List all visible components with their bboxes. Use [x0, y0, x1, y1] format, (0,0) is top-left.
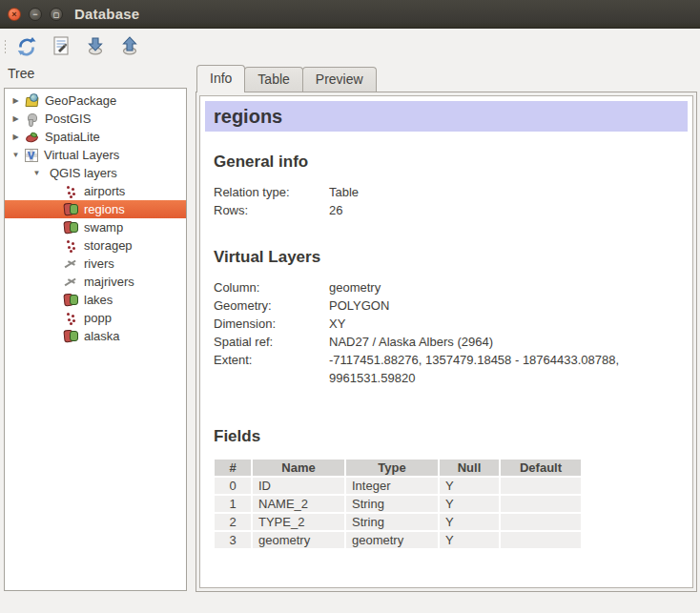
col-header: Null: [440, 460, 499, 476]
tree-dock-title: Tree: [8, 66, 34, 81]
info-row-value: -7117451.88276, 1357479.18458 - 18764433…: [329, 351, 682, 387]
minimize-icon[interactable]: −: [29, 8, 42, 21]
info-row-label: Spatial ref:: [214, 333, 329, 351]
layer-type-icon: [25, 130, 39, 144]
tree-item-label: lakes: [84, 293, 113, 307]
layer-type-icon: [25, 112, 39, 126]
tree-item[interactable]: rivers: [5, 255, 186, 273]
field-num: 0: [215, 478, 251, 494]
refresh-icon: [16, 35, 37, 56]
sql-window-button[interactable]: [48, 32, 74, 59]
info-row: Spatial ref: NAD27 / Alaska Albers (2964…: [214, 333, 682, 351]
tree-item[interactable]: SpatiaLite: [5, 128, 186, 146]
expander-icon[interactable]: [10, 96, 22, 105]
tree-item[interactable]: airports: [5, 182, 186, 200]
import-layer-button[interactable]: [82, 32, 109, 59]
field-null: Y: [440, 496, 499, 512]
field-null: Y: [440, 532, 499, 548]
info-row-label: Dimension:: [214, 315, 329, 333]
tree-item[interactable]: QGIS layers: [5, 164, 186, 182]
toolbar-drag-handle[interactable]: [4, 39, 7, 53]
layer-type-icon: [64, 275, 78, 289]
layer-title-banner: regions: [205, 101, 688, 132]
layer-type-icon: [25, 149, 38, 162]
tree-item-label: GeoPackage: [45, 93, 116, 108]
info-row-label: Geometry:: [214, 296, 329, 315]
resize-grip-icon[interactable]: [685, 598, 696, 609]
statusbar: [0, 592, 700, 613]
refresh-button[interactable]: [13, 32, 40, 59]
info-row: Geometry: POLYGON: [214, 296, 682, 315]
col-header: Name: [253, 460, 344, 476]
info-row: Relation type: Table: [214, 183, 682, 201]
field-num: 1: [215, 496, 251, 512]
info-row-value: geometry: [329, 278, 381, 296]
layer-type-icon: [64, 238, 78, 253]
tree-item[interactable]: alaska: [5, 327, 186, 345]
info-scroll-area[interactable]: regions General info Relation type: Tabl…: [199, 95, 693, 588]
info-row: Column: geometry: [214, 278, 682, 296]
tree-item-label: PostGIS: [45, 112, 91, 126]
tab[interactable]: Table: [244, 67, 302, 92]
col-header: Default: [501, 460, 581, 476]
layer-type-icon: [64, 184, 78, 198]
info-row-label: Relation type:: [214, 183, 329, 201]
info-row-value: NAD27 / Alaska Albers (2964): [329, 333, 493, 351]
info-row: Extent: -7117451.88276, 1357479.18458 - …: [214, 351, 682, 387]
info-row: Rows: 26: [214, 201, 682, 219]
field-type: String: [346, 496, 438, 512]
close-icon[interactable]: ×: [8, 8, 21, 21]
tab[interactable]: Preview: [302, 67, 377, 92]
tree-item-label: alaska: [84, 329, 120, 343]
tree-item[interactable]: regions: [5, 200, 186, 218]
maximize-glyph: ▢: [53, 10, 60, 17]
general-info-heading: General info: [214, 153, 682, 172]
info-row: Dimension: XY: [214, 315, 682, 333]
tree-item[interactable]: GeoPackage: [5, 92, 186, 110]
field-num: 3: [215, 532, 251, 548]
tree-item[interactable]: Virtual Layers: [5, 146, 186, 164]
tab-label: Info: [210, 71, 232, 86]
maximize-icon[interactable]: ▢: [50, 8, 63, 21]
info-row-value: XY: [329, 315, 345, 333]
tree-item[interactable]: storagep: [5, 236, 186, 255]
info-tabbar: Info Table Preview: [196, 67, 376, 92]
field-null: Y: [440, 514, 499, 530]
tree-item-label: airports: [84, 184, 125, 198]
expander-icon[interactable]: [10, 133, 22, 141]
info-row-value: POLYGON: [329, 296, 389, 315]
layer-type-icon: [64, 329, 78, 343]
import-layer-icon: [85, 35, 106, 56]
minimize-glyph: −: [32, 10, 37, 18]
tree-item-label: majrivers: [84, 275, 134, 289]
toolbar: [0, 29, 700, 63]
fields-header-row: # Name Type Null Default: [215, 460, 581, 476]
field-num: 2: [215, 514, 251, 530]
tree-item-label: QGIS layers: [50, 166, 117, 180]
field-default: [501, 478, 581, 494]
tree-item[interactable]: swamp: [5, 218, 186, 236]
tab[interactable]: Info: [196, 65, 245, 92]
export-layer-button[interactable]: [116, 32, 143, 59]
expander-icon[interactable]: [31, 169, 43, 177]
expander-icon[interactable]: [10, 151, 22, 159]
field-type: Integer: [346, 478, 438, 494]
field-name: TYPE_2: [253, 514, 344, 530]
field-row: 2 TYPE_2 String Y: [215, 514, 581, 530]
field-name: geometry: [253, 532, 344, 548]
field-type: String: [346, 514, 438, 530]
expander-icon[interactable]: [10, 114, 22, 123]
col-header: Type: [346, 460, 438, 476]
tree-item[interactable]: PostGIS: [5, 110, 186, 128]
col-header: #: [215, 460, 251, 476]
export-layer-icon: [119, 35, 140, 56]
tree-item[interactable]: majrivers: [5, 273, 186, 291]
tree-item-label: Virtual Layers: [44, 148, 119, 162]
field-default: [501, 514, 581, 530]
virtual-layers-rows: Column: geometry Geometry: POLYGON Dimen…: [214, 278, 682, 387]
tree-item[interactable]: popp: [5, 309, 186, 327]
info-row-label: Extent:: [214, 351, 329, 387]
tree-item[interactable]: lakes: [5, 291, 186, 309]
layer-title: regions: [214, 106, 282, 127]
db-tree: GeoPackage PostGIS SpatiaLite Virtual La…: [4, 88, 187, 591]
